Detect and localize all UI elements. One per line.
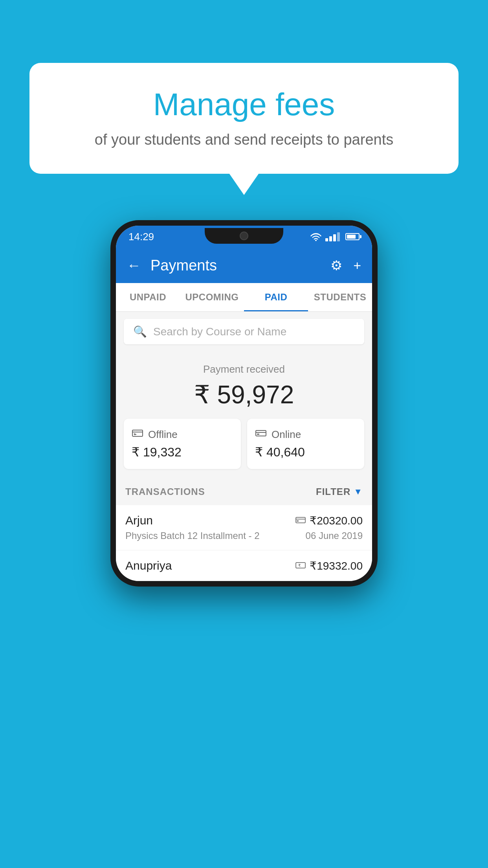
transaction-amount-anupriya: ₹19332.00: [310, 559, 363, 572]
transactions-label: TRANSACTIONS: [125, 486, 205, 497]
wifi-icon: [310, 232, 321, 241]
search-input[interactable]: Search by Course or Name: [153, 326, 286, 338]
transaction-amount-wrap-anupriya: ₹ ₹19332.00: [295, 559, 363, 572]
speech-bubble-section: Manage fees of your students and send re…: [29, 63, 459, 174]
search-input-wrapper[interactable]: 🔍 Search by Course or Name: [124, 319, 364, 344]
transactions-header: TRANSACTIONS FILTER ▼: [116, 478, 372, 505]
transaction-date-arjun: 06 June 2019: [306, 530, 363, 541]
filter-button[interactable]: FILTER ▼: [316, 486, 363, 497]
transaction-offline-icon-anupriya: ₹: [295, 560, 306, 572]
offline-icon: ₹: [132, 428, 143, 441]
svg-text:₹: ₹: [134, 433, 136, 436]
bubble-subtitle: of your students and send receipts to pa…: [61, 131, 427, 148]
camera-dot: [240, 232, 248, 240]
transaction-desc-arjun: Physics Batch 12 Installment - 2: [125, 530, 259, 541]
payment-cards: ₹ Offline ₹ 19,332: [124, 419, 364, 469]
online-payment-card: Online ₹ 40,640: [247, 419, 364, 469]
svg-text:₹: ₹: [298, 563, 301, 568]
svg-rect-10: [297, 520, 299, 522]
phone-shell: 14:29: [110, 220, 378, 587]
transaction-name-arjun: Arjun: [125, 514, 153, 527]
tab-unpaid[interactable]: UNPAID: [116, 283, 180, 311]
transaction-row-anupriya[interactable]: Anupriya ₹ ₹19332.00: [116, 550, 372, 581]
payment-total-amount: ₹ 59,972: [124, 380, 364, 409]
phone-screen: 14:29: [116, 226, 372, 581]
transaction-card-icon-arjun: [295, 515, 306, 527]
offline-payment-card: ₹ Offline ₹ 19,332: [124, 419, 241, 469]
status-icons: [310, 232, 360, 241]
transaction-name-anupriya: Anupriya: [125, 559, 172, 572]
phone-mockup: 14:29: [110, 220, 378, 587]
svg-rect-11: [296, 563, 305, 568]
offline-amount: ₹ 19,332: [132, 445, 233, 460]
speech-bubble: Manage fees of your students and send re…: [29, 63, 459, 174]
svg-point-0: [315, 240, 317, 241]
settings-icon[interactable]: ⚙: [330, 257, 342, 273]
offline-label: Offline: [148, 428, 178, 441]
tab-paid[interactable]: PAID: [244, 283, 308, 311]
transaction-amount-wrap-arjun: ₹20320.00: [295, 514, 363, 527]
search-container: 🔍 Search by Course or Name: [116, 312, 372, 351]
search-icon: 🔍: [133, 325, 147, 338]
tab-upcoming[interactable]: UPCOMING: [180, 283, 244, 311]
transaction-row-arjun[interactable]: Arjun ₹20320.00 Physics Batch 1: [116, 505, 372, 550]
payment-received-label: Payment received: [124, 363, 364, 375]
add-button[interactable]: +: [353, 258, 361, 273]
transaction-amount-arjun: ₹20320.00: [310, 514, 363, 527]
online-amount: ₹ 40,640: [255, 445, 356, 460]
svg-rect-7: [257, 434, 259, 435]
svg-rect-5: [256, 430, 266, 436]
tabs-bar: UNPAID UPCOMING PAID STUDENTS: [116, 283, 372, 312]
bubble-title: Manage fees: [61, 86, 427, 123]
signal-bars-icon: [325, 232, 340, 241]
back-button[interactable]: ←: [127, 257, 141, 274]
filter-icon: ▼: [354, 487, 363, 497]
app-bar-title: Payments: [150, 257, 321, 274]
svg-rect-8: [296, 517, 305, 523]
battery-icon: [345, 233, 360, 240]
app-bar-actions: ⚙ +: [330, 257, 361, 273]
app-bar: ← Payments ⚙ +: [116, 248, 372, 283]
online-icon: [255, 428, 267, 441]
payment-summary: Payment received ₹ 59,972 ₹: [116, 351, 372, 478]
online-label: Online: [272, 428, 301, 441]
tab-students[interactable]: STUDENTS: [308, 283, 372, 311]
phone-notch: [205, 228, 283, 244]
filter-label: FILTER: [316, 486, 350, 497]
status-time: 14:29: [128, 231, 154, 243]
